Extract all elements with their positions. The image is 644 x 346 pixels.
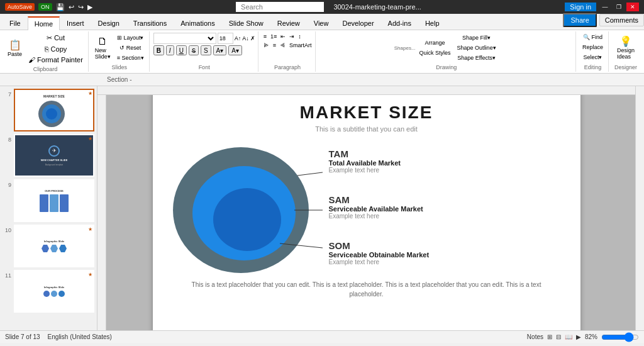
- align-left-button[interactable]: ⫸: [262, 42, 270, 49]
- minimize-button[interactable]: —: [599, 3, 611, 11]
- view-slideshow-icon[interactable]: ▶: [576, 333, 581, 340]
- tab-slideshow[interactable]: Slide Show: [222, 16, 270, 30]
- slide-thumb-9[interactable]: OUR PROCESS: [14, 179, 94, 222]
- slide-item-10[interactable]: 10 Infographic Slide: [3, 225, 94, 267]
- autosave-state[interactable]: ON: [38, 3, 52, 11]
- close-button[interactable]: ✕: [626, 3, 639, 11]
- drawing-label: Drawing: [436, 63, 457, 70]
- right-panel: [635, 86, 644, 330]
- thumb10-title: Infographic Slide: [44, 240, 64, 243]
- slide-thumb-11[interactable]: Infographic Slide: [14, 270, 94, 313]
- slide-title[interactable]: MARKET SIZE: [153, 103, 580, 123]
- shape-outline-button[interactable]: Shape Outline▾: [455, 43, 499, 52]
- tab-review[interactable]: Review: [270, 16, 307, 30]
- reset-button[interactable]: ↺ Reset: [114, 43, 147, 52]
- slide-footer[interactable]: This is a text placeholder that you can …: [153, 280, 580, 299]
- font-size-increase[interactable]: A↑: [235, 35, 242, 42]
- tab-home[interactable]: Home: [28, 16, 60, 30]
- font-size-decrease[interactable]: A↓: [242, 35, 249, 42]
- tab-design[interactable]: Design: [91, 16, 126, 30]
- tab-addins[interactable]: Add-ins: [381, 16, 418, 30]
- tab-insert[interactable]: Insert: [60, 16, 91, 30]
- slide-thumb-8[interactable]: ✈ NEW CHAPTER SLIDE Background template: [14, 134, 94, 177]
- align-center-button[interactable]: ≡: [272, 42, 277, 49]
- section-button[interactable]: ≡ Section▾: [114, 53, 147, 62]
- ribbon-group-drawing: Shapes... Arrange Quick Styles Shape Fil…: [317, 31, 576, 72]
- font-color-button[interactable]: A▾: [213, 45, 227, 55]
- view-reading-icon[interactable]: 📖: [565, 333, 572, 340]
- design-ideas-button[interactable]: 💡 DesignIdeas: [614, 35, 637, 61]
- comments-button[interactable]: Comments: [599, 14, 644, 26]
- clear-format-button[interactable]: ✗: [250, 35, 255, 42]
- decrease-indent-button[interactable]: ⇤: [279, 33, 287, 40]
- slide-item-7[interactable]: 7 MARKET SIZE: [3, 89, 94, 131]
- tab-transitions[interactable]: Transitions: [126, 16, 174, 30]
- numbered-list-button[interactable]: 1≡: [269, 33, 278, 40]
- font-family-select[interactable]: [153, 33, 216, 44]
- align-right-button[interactable]: ⫷: [279, 42, 287, 49]
- share-button[interactable]: Share: [563, 13, 596, 27]
- increase-indent-button[interactable]: ⇥: [288, 33, 296, 40]
- thumb9-box1: [40, 194, 48, 212]
- slide-subtitle[interactable]: This is a subtitle that you can edit: [153, 125, 580, 133]
- thumb8-title: NEW CHAPTER SLIDE: [41, 159, 68, 162]
- shadow-button[interactable]: S: [201, 45, 211, 55]
- ribbon-content: 📋 Paste ✂ Cut ⎘ Copy 🖌 Format Painter Cl…: [0, 30, 644, 73]
- copy-button[interactable]: ⎘ Copy: [26, 44, 86, 54]
- find-button[interactable]: 🔍 Find: [580, 33, 605, 42]
- layout-button[interactable]: ⊞ Layout▾: [114, 33, 147, 42]
- main-area: 7 MARKET SIZE 8 ✈: [0, 86, 644, 330]
- slide-item-9[interactable]: 9 OUR PROCESS: [3, 179, 94, 222]
- paste-button[interactable]: 📋 Paste: [5, 39, 25, 59]
- italic-button[interactable]: I: [166, 45, 174, 55]
- redo-icon[interactable]: ↪: [78, 3, 84, 11]
- new-slide-icon: 🗋: [97, 36, 108, 47]
- view-slide-sorter-icon[interactable]: ⊟: [556, 333, 561, 340]
- notes-button[interactable]: Notes: [527, 333, 543, 340]
- convert-smartart-button[interactable]: SmartArt: [288, 42, 313, 49]
- shape-effects-button[interactable]: Shape Effects▾: [455, 53, 499, 62]
- clipboard-label: Clipboard: [33, 65, 58, 72]
- slide-item-11[interactable]: 11 Infographic Slide: [3, 270, 94, 313]
- highlight-button[interactable]: A▾: [228, 45, 242, 55]
- sam-tag: SAM: [329, 194, 568, 205]
- status-bar: Slide 7 of 13 English (United States) No…: [0, 330, 644, 343]
- select-button[interactable]: Select▾: [580, 53, 604, 62]
- search-input[interactable]: [236, 2, 324, 12]
- autosave-label: AutoSave: [5, 3, 35, 11]
- tab-help[interactable]: Help: [418, 16, 447, 30]
- tab-animations[interactable]: Animations: [174, 16, 221, 30]
- thumb10-hex2: [50, 245, 58, 252]
- undo-icon[interactable]: ↩: [69, 3, 74, 11]
- slide-item-8[interactable]: 8 ✈ NEW CHAPTER SLIDE Background templat…: [3, 134, 94, 177]
- save-icon[interactable]: 💾: [56, 3, 65, 11]
- title-bar: AutoSave ON 💾 ↩ ↪ ▶ 30024-marketing-team…: [0, 0, 644, 14]
- underline-button[interactable]: U: [176, 45, 187, 55]
- replace-button[interactable]: Replace: [580, 43, 606, 52]
- view-normal-icon[interactable]: ⊞: [547, 333, 552, 340]
- cut-button[interactable]: ✂ Cut: [26, 33, 86, 43]
- new-slide-button[interactable]: 🗋 NewSlide▾: [92, 35, 113, 61]
- text-direction-button[interactable]: ↕: [297, 33, 303, 40]
- shape-fill-button[interactable]: Shape Fill▾: [455, 33, 499, 42]
- tab-developer[interactable]: Developer: [335, 16, 380, 30]
- signin-button[interactable]: Sign in: [565, 3, 596, 11]
- quick-styles-button[interactable]: Quick Styles: [417, 48, 453, 57]
- restore-button[interactable]: ❐: [613, 3, 625, 11]
- slide-canvas[interactable]: MARKET SIZE This is a subtitle that you …: [153, 89, 580, 330]
- tab-view[interactable]: View: [307, 16, 336, 30]
- format-painter-button[interactable]: 🖌 Format Painter: [26, 55, 86, 65]
- strikethrough-button[interactable]: S̶: [189, 45, 199, 55]
- title-bar-right: Sign in — ❐ ✕: [565, 3, 639, 11]
- arrange-button[interactable]: Arrange: [417, 38, 453, 47]
- status-right: Notes ⊞ ⊟ 📖 ▶ 82%: [527, 333, 639, 341]
- bullet-list-button[interactable]: ≡: [262, 33, 268, 40]
- slide-thumb-10[interactable]: Infographic Slide: [14, 225, 94, 267]
- thumb8-circle: ✈: [48, 145, 60, 157]
- tab-file[interactable]: File: [3, 16, 28, 30]
- slide-thumb-7[interactable]: MARKET SIZE: [14, 89, 94, 131]
- bold-button[interactable]: B: [153, 45, 164, 55]
- present-icon[interactable]: ▶: [87, 3, 92, 11]
- zoom-slider[interactable]: [601, 333, 639, 341]
- font-size-input[interactable]: [218, 33, 233, 44]
